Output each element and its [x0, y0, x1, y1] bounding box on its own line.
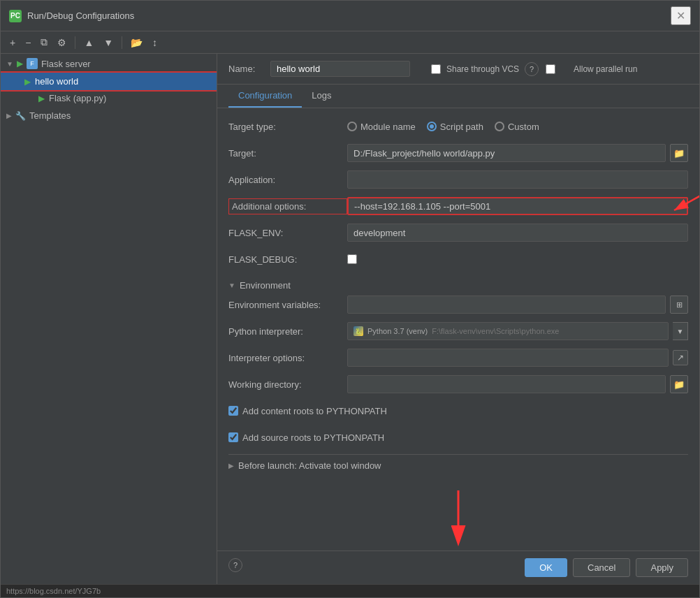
- python-interpreter-value: 🐍 Python 3.7 (venv) F:\flask-venv\venv\S…: [347, 322, 688, 340]
- flask-env-input[interactable]: [347, 224, 688, 242]
- dialog-help-button[interactable]: ?: [228, 558, 242, 572]
- application-label: Application:: [228, 175, 347, 185]
- allow-parallel-checkbox[interactable]: [546, 64, 555, 74]
- config-area: Target type: Module name Script path: [217, 108, 699, 550]
- target-type-options: Module name Script path Custom: [347, 122, 688, 132]
- target-row: Target: 📁: [228, 143, 688, 163]
- env-vars-browse-button[interactable]: ⊞: [670, 296, 688, 314]
- flask-server-label: Flask server: [41, 59, 91, 69]
- right-panel: Name: Share through VCS ? Allow parallel…: [217, 54, 699, 584]
- working-directory-browse-button[interactable]: 📁: [670, 375, 688, 393]
- hello-world-label: hello world: [35, 76, 78, 87]
- application-input[interactable]: [347, 170, 688, 189]
- working-directory-label: Working directory:: [228, 379, 347, 390]
- tab-configuration[interactable]: Configuration: [228, 85, 302, 108]
- flask-debug-checkbox[interactable]: [347, 254, 357, 264]
- additional-options-value: [347, 197, 688, 215]
- flask-debug-row: FLASK_DEBUG:: [228, 249, 688, 269]
- interpreter-options-expand-button[interactable]: ↗: [673, 350, 688, 365]
- flask-env-value: [347, 224, 688, 242]
- additional-options-input[interactable]: [347, 197, 688, 215]
- env-vars-label: Environment variables:: [228, 300, 347, 310]
- add-source-roots-option[interactable]: Add source roots to PYTHONPATH: [228, 432, 384, 443]
- additional-options-label: Additional options:: [228, 198, 347, 214]
- script-path-option[interactable]: Script path: [427, 122, 483, 132]
- working-directory-row: Working directory: 📁: [228, 374, 688, 394]
- python-path: F:\flask-venv\venv\Scripts\python.exe: [432, 327, 559, 335]
- down-arrow-area: [228, 476, 688, 550]
- environment-section-header[interactable]: ▼ Environment: [228, 276, 688, 295]
- run-icon: ▶: [24, 77, 31, 87]
- flask-app-label: Flask (app.py): [49, 93, 106, 103]
- add-content-roots-checkbox[interactable]: [228, 406, 238, 416]
- flask-env-row: FLASK_ENV:: [228, 223, 688, 242]
- python-interpreter-label: Python interpreter:: [228, 326, 347, 337]
- folder-button[interactable]: 📂: [127, 35, 146, 50]
- custom-option[interactable]: Custom: [495, 122, 539, 132]
- application-value: [347, 170, 688, 189]
- name-input[interactable]: [270, 61, 410, 77]
- toolbar-separator: [75, 36, 75, 49]
- interpreter-options-input[interactable]: [347, 349, 669, 367]
- down-arrow-svg: [444, 490, 472, 546]
- flask-debug-label: FLASK_DEBUG:: [228, 254, 347, 265]
- settings-button[interactable]: ⚙: [54, 35, 70, 50]
- main-content: ▼ ▶ F Flask server ▶ hello world ▶ Flask…: [1, 54, 699, 584]
- title-bar: PC Run/Debug Configurations ✕: [1, 1, 699, 31]
- python-icon: 🐍: [353, 326, 363, 336]
- flask-icon: F: [27, 58, 38, 69]
- share-vcs-checkbox[interactable]: [431, 64, 441, 74]
- flask-app-item[interactable]: ▶ Flask (app.py): [1, 90, 217, 106]
- name-label: Name:: [228, 64, 263, 74]
- add-source-roots-label: Add source roots to PYTHONPATH: [242, 432, 384, 443]
- application-row: Application:: [228, 170, 688, 189]
- python-interpreter-display: 🐍 Python 3.7 (venv) F:\flask-venv\venv\S…: [347, 322, 669, 340]
- chevron-right-icon: ▶: [6, 112, 12, 119]
- target-label: Target:: [228, 148, 347, 159]
- cancel-button[interactable]: Cancel: [573, 558, 630, 577]
- add-content-roots-option[interactable]: Add content roots to PYTHONPATH: [228, 406, 387, 416]
- before-launch-section[interactable]: ▶ Before launch: Activate tool window: [228, 454, 688, 476]
- close-button[interactable]: ✕: [671, 6, 691, 25]
- allow-parallel-label: Allow parallel run: [574, 64, 637, 74]
- env-vars-input[interactable]: [347, 296, 666, 314]
- before-launch-chevron-icon: ▶: [228, 462, 234, 469]
- hello-world-item[interactable]: ▶ hello world: [1, 73, 217, 90]
- copy-config-button[interactable]: ⧉: [37, 34, 51, 50]
- working-directory-input[interactable]: [347, 375, 666, 393]
- run-icon-2: ▶: [38, 94, 45, 103]
- module-name-option[interactable]: Module name: [347, 122, 416, 132]
- remove-config-button[interactable]: −: [22, 35, 34, 50]
- environment-section-label: Environment: [240, 280, 291, 291]
- bottom-bar: ? OK Cancel Apply: [217, 550, 699, 584]
- flask-server-group[interactable]: ▼ ▶ F Flask server: [1, 54, 217, 73]
- templates-label: Templates: [29, 110, 71, 121]
- wrench-icon: 🔧: [15, 111, 26, 121]
- tab-logs[interactable]: Logs: [302, 85, 341, 108]
- apply-button[interactable]: Apply: [636, 558, 688, 577]
- add-source-roots-row: Add source roots to PYTHONPATH: [228, 428, 688, 447]
- target-type-row: Target type: Module name Script path: [228, 117, 688, 136]
- move-up-button[interactable]: ▲: [80, 35, 97, 50]
- target-input[interactable]: [347, 144, 666, 162]
- target-browse-button[interactable]: 📁: [670, 144, 688, 162]
- flask-env-label: FLASK_ENV:: [228, 228, 347, 238]
- tabs-bar: Configuration Logs: [217, 85, 699, 108]
- sort-button[interactable]: ↕: [149, 35, 161, 50]
- move-down-button[interactable]: ▼: [100, 35, 117, 50]
- ok-button[interactable]: OK: [525, 558, 567, 577]
- name-bar: Name: Share through VCS ? Allow parallel…: [217, 54, 699, 85]
- run-debug-configurations-dialog: PC Run/Debug Configurations ✕ + − ⧉ ⚙ ▲ …: [0, 0, 700, 598]
- help-button[interactable]: ?: [525, 62, 539, 76]
- add-source-roots-checkbox[interactable]: [228, 432, 238, 442]
- env-chevron-down-icon: ▼: [228, 282, 235, 289]
- templates-item[interactable]: ▶ 🔧 Templates: [1, 106, 217, 124]
- share-vcs-area: Share through VCS ?: [431, 62, 539, 76]
- chevron-down-icon: ▼: [6, 60, 13, 68]
- add-content-roots-row: Add content roots to PYTHONPATH: [228, 401, 688, 421]
- interpreter-dropdown-button[interactable]: ▼: [673, 322, 688, 340]
- before-launch-label: Before launch: Activate tool window: [238, 460, 381, 471]
- interpreter-options-row: Interpreter options: ↗: [228, 348, 688, 367]
- add-config-button[interactable]: +: [6, 35, 19, 50]
- left-panel: ▼ ▶ F Flask server ▶ hello world ▶ Flask…: [1, 54, 217, 584]
